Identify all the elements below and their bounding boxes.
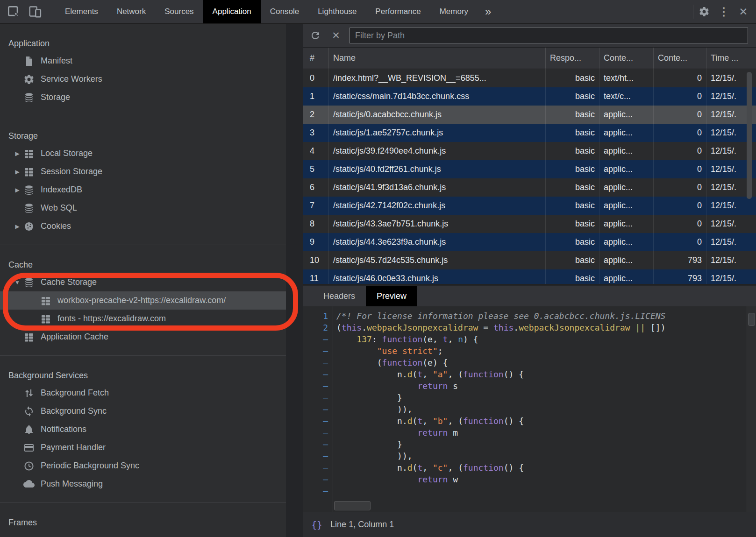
sidebar-item-cookies[interactable]: ▶Cookies	[0, 217, 286, 235]
table-row[interactable]: 7/static/js/42.7142f02c.chunk.jsbasicapp…	[303, 197, 756, 215]
device-toolbar-icon[interactable]	[28, 5, 42, 19]
sidebar-item-storage[interactable]: Storage	[0, 88, 286, 106]
filter-by-path-input[interactable]	[349, 28, 748, 43]
table-scrollbar-thumb[interactable]	[747, 72, 752, 199]
sidebar-item-local-storage[interactable]: ▶Local Storage	[0, 144, 286, 163]
vertical-scrollbar-track[interactable]	[747, 306, 756, 512]
line-number: –	[303, 368, 333, 380]
row-content-type: applic...	[599, 142, 654, 160]
line-number: 2	[303, 322, 333, 333]
table-row[interactable]: 1/static/css/main.7d14b3cc.chunk.cssbasi…	[303, 87, 756, 106]
sidebar-item-background-sync[interactable]: Background Sync	[0, 402, 286, 420]
tab-application[interactable]: Application	[203, 0, 261, 23]
table-row[interactable]: 10/static/js/45.7d24c535.chunk.jsbasicap…	[303, 251, 756, 269]
tab-lighthouse[interactable]: Lighthouse	[308, 0, 366, 23]
tab-performance[interactable]: Performance	[366, 0, 430, 23]
chevron-down-icon[interactable]: ▼	[11, 279, 23, 286]
close-devtools-icon[interactable]: ✕	[735, 3, 752, 21]
row-content-type: applic...	[599, 215, 654, 233]
row-content-length: 793	[654, 269, 706, 284]
more-tabs-icon[interactable]: »	[478, 0, 499, 23]
row-content-length: 0	[654, 142, 706, 160]
column-header-name[interactable]: Name	[329, 48, 546, 69]
row-content-type: applic...	[599, 160, 654, 178]
preview-tab-preview[interactable]: Preview	[366, 286, 417, 306]
chevron-right-icon[interactable]: ▶	[11, 187, 23, 193]
sidebar-item-label: Web SQL	[41, 203, 77, 213]
sidebar-item-label: Background Fetch	[41, 388, 109, 398]
vertical-scrollbar-thumb[interactable]	[748, 313, 755, 326]
code-content[interactable]: /*! For license information please see 0…	[333, 306, 666, 512]
tab-memory[interactable]: Memory	[430, 0, 478, 23]
inspect-element-icon[interactable]	[7, 5, 21, 19]
sidebar-item-manifest[interactable]: Manifest	[0, 52, 286, 70]
code-line: 137: function(e, t, n) {	[336, 333, 666, 345]
section-title: Application	[0, 35, 286, 52]
row-name: /static/js/43.3ae7b751.chunk.js	[329, 215, 546, 233]
sidebar-item-label: Cache Storage	[41, 277, 97, 287]
sidebar-item-push-messaging[interactable]: Push Messaging	[0, 475, 286, 493]
tab-console[interactable]: Console	[261, 0, 308, 23]
row-index: 11	[303, 269, 329, 284]
cache-toolbar: ✕	[303, 24, 756, 48]
tab-elements[interactable]: Elements	[56, 0, 107, 23]
column-header-content-length[interactable]: Conte...	[654, 48, 706, 69]
tab-network[interactable]: Network	[107, 0, 155, 23]
row-content-length: 0	[654, 87, 706, 106]
row-content-type: applic...	[599, 269, 654, 284]
row-name: /static/js/46.0c0e33.chunk.js	[329, 269, 546, 284]
sidebar-item-payment-handler[interactable]: Payment Handler	[0, 438, 286, 457]
preview-tab-headers[interactable]: Headers	[313, 286, 366, 306]
table-row[interactable]: 9/static/js/44.3e623f9a.chunk.jsbasicapp…	[303, 233, 756, 251]
row-content-length: 0	[654, 124, 706, 142]
sidebar-item-notifications[interactable]: Notifications	[0, 420, 286, 438]
sidebar-item-background-fetch[interactable]: Background Fetch	[0, 384, 286, 402]
table-row[interactable]: 8/static/js/43.3ae7b751.chunk.jsbasicapp…	[303, 215, 756, 233]
table-row[interactable]: 4/static/js/39.f2490ee4.chunk.jsbasicapp…	[303, 142, 756, 160]
preview-tabbar: HeadersPreview	[303, 286, 756, 306]
column-header-content-type[interactable]: Conte...	[599, 48, 654, 69]
code-preview: 12–––––––––––––– /*! For license informa…	[303, 306, 756, 512]
table-row[interactable]: 3/static/js/1.ae52757c.chunk.jsbasicappl…	[303, 124, 756, 142]
row-response-type: basic	[546, 106, 599, 124]
sidebar-item-indexeddb[interactable]: ▶IndexedDB	[0, 181, 286, 199]
column-header-index[interactable]: #	[303, 48, 329, 69]
settings-gear-icon[interactable]	[695, 3, 713, 21]
braces-icon[interactable]: {}	[311, 519, 322, 530]
sidebar-item-session-storage[interactable]: ▶Session Storage	[0, 163, 286, 181]
row-index: 9	[303, 233, 329, 251]
chevron-right-icon[interactable]: ▶	[11, 169, 23, 175]
refresh-icon[interactable]	[310, 30, 321, 41]
panel-splitter[interactable]	[286, 24, 303, 537]
row-content-length: 793	[654, 251, 706, 269]
sidebar-item-web-sql[interactable]: Web SQL	[0, 199, 286, 217]
row-content-type: applic...	[599, 106, 654, 124]
clear-icon[interactable]: ✕	[330, 30, 342, 41]
database-icon	[23, 277, 35, 288]
row-time: 12/15/.	[706, 251, 756, 269]
table-row[interactable]: 6/static/js/41.9f3d13a6.chunk.jsbasicapp…	[303, 178, 756, 197]
table-row[interactable]: 0/index.html?__WB_REVISION__=6855...basi…	[303, 69, 756, 87]
horizontal-scrollbar-thumb[interactable]	[334, 501, 371, 510]
row-content-length: 0	[654, 197, 706, 215]
sidebar-item-periodic-background-sync[interactable]: Periodic Background Sync	[0, 457, 286, 475]
sidebar-item-application-cache[interactable]: Application Cache	[0, 328, 286, 346]
sidebar-item-cache-storage[interactable]: ▼Cache Storage	[0, 273, 286, 291]
row-name: /static/js/0.acabcbcc.chunk.js	[329, 106, 546, 124]
tab-sources[interactable]: Sources	[155, 0, 203, 23]
column-header-time[interactable]: Time ...	[706, 48, 756, 69]
column-header-response-type[interactable]: Respo...	[546, 48, 599, 69]
line-number: –	[303, 392, 333, 403]
table-row[interactable]: 11/static/js/46.0c0e33.chunk.jsbasicappl…	[303, 269, 756, 284]
chevron-right-icon[interactable]: ▶	[11, 150, 23, 157]
row-index: 2	[303, 106, 329, 124]
chevron-right-icon[interactable]: ▶	[11, 223, 23, 230]
sidebar-item-service-workers[interactable]: Service Workers	[0, 70, 286, 88]
table-row[interactable]: 5/static/js/40.fd2ff261.chunk.jsbasicapp…	[303, 160, 756, 178]
sidebar-item-fonts-https-excalidraw-com[interactable]: fonts - https://excalidraw.com	[0, 310, 286, 328]
table-row[interactable]: 2/static/js/0.acabcbcc.chunk.jsbasicappl…	[303, 106, 756, 124]
file-icon	[23, 56, 35, 67]
kebab-menu-icon[interactable]: ⋮	[715, 3, 733, 21]
sidebar-item-workbox-precache-v2-https-excalidraw-com[interactable]: workbox-precache-v2-https://excalidraw.c…	[0, 291, 286, 310]
cache-storage-panel: ✕ # Name Respo... Conte... Conte... Time…	[303, 24, 756, 537]
